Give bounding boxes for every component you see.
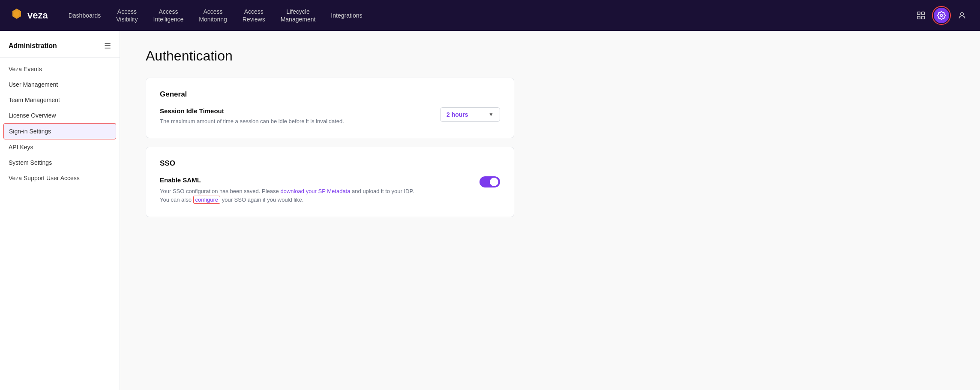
chevron-down-icon: ▼	[489, 112, 494, 118]
svg-rect-4	[917, 16, 920, 19]
svg-point-7	[961, 12, 964, 15]
sidebar-item-veza-support-user-access[interactable]: Veza Support User Access	[0, 170, 120, 186]
session-idle-row: Session Idle Timeout The maximum amount …	[160, 107, 500, 126]
catalog-button[interactable]	[913, 8, 929, 23]
settings-button[interactable]	[934, 8, 949, 23]
sidebar-item-sign-in-settings[interactable]: Sign-in Settings	[3, 123, 116, 139]
session-idle-value: 2 hours	[447, 111, 468, 118]
session-idle-info: Session Idle Timeout The maximum amount …	[160, 107, 432, 126]
session-idle-control: 2 hours ▼	[440, 107, 500, 122]
enable-saml-toggle-container	[480, 176, 500, 187]
toggle-knob	[490, 178, 498, 186]
sidebar-item-system-settings[interactable]: System Settings	[0, 155, 120, 170]
general-section-title: General	[160, 90, 500, 99]
svg-rect-5	[922, 16, 924, 19]
enable-saml-toggle[interactable]	[480, 176, 500, 187]
svg-point-6	[941, 15, 943, 17]
nav-items: Dashboards Access Visibility Access Inte…	[62, 4, 910, 27]
general-card: General Session Idle Timeout The maximum…	[146, 78, 514, 138]
layout: Administration ☰ Veza Events User Manage…	[0, 31, 980, 390]
nav-item-integrations[interactable]: Integrations	[324, 8, 369, 23]
nav-item-access-intelligence[interactable]: Access Intelligence	[147, 4, 191, 27]
sso-description: Your SSO configuration has been saved. P…	[160, 187, 417, 205]
nav-item-access-monitoring[interactable]: Access Monitoring	[192, 4, 234, 27]
logo[interactable]: veza	[10, 8, 48, 23]
logo-icon	[10, 8, 23, 23]
svg-rect-3	[922, 12, 924, 15]
svg-rect-2	[917, 12, 920, 15]
download-sp-metadata-link[interactable]: download your SP Metadata	[280, 188, 350, 194]
sso-info: Enable SAML Your SSO configuration has b…	[160, 176, 471, 205]
sso-card: SSO Enable SAML Your SSO configuration h…	[146, 147, 514, 218]
navbar: veza Dashboards Access Visibility Access…	[0, 0, 980, 31]
sso-row: Enable SAML Your SSO configuration has b…	[160, 176, 500, 205]
user-button[interactable]	[954, 8, 970, 23]
sidebar-item-veza-events[interactable]: Veza Events	[0, 61, 120, 77]
sidebar-menu-icon[interactable]: ☰	[104, 41, 111, 51]
sso-desc-part3: You can also	[160, 197, 193, 203]
session-idle-desc: The maximum amount of time a session can…	[160, 117, 383, 126]
nav-item-access-visibility[interactable]: Access Visibility	[109, 4, 144, 27]
session-idle-dropdown[interactable]: 2 hours ▼	[440, 107, 500, 122]
logo-text: veza	[27, 10, 48, 21]
sso-section-title: SSO	[160, 159, 500, 168]
enable-saml-label: Enable SAML	[160, 176, 471, 184]
sidebar-item-api-keys[interactable]: API Keys	[0, 139, 120, 155]
sidebar-item-license-overview[interactable]: License Overview	[0, 108, 120, 123]
nav-item-access-reviews[interactable]: Access Reviews	[236, 4, 272, 27]
sso-desc-part1: Your SSO configuration has been saved. P…	[160, 188, 280, 194]
main-content: Authentication General Session Idle Time…	[120, 31, 980, 390]
sidebar-item-team-management[interactable]: Team Management	[0, 92, 120, 108]
sidebar-title: Administration	[9, 42, 57, 50]
sso-desc-part2: and upload it to your IDP.	[350, 188, 414, 194]
sidebar-header: Administration ☰	[0, 38, 120, 58]
sidebar-item-user-management[interactable]: User Management	[0, 77, 120, 92]
page-title: Authentication	[146, 48, 954, 64]
sidebar: Administration ☰ Veza Events User Manage…	[0, 31, 120, 390]
configure-sso-link[interactable]: configure	[193, 196, 220, 204]
session-idle-label: Session Idle Timeout	[160, 107, 432, 115]
sso-desc-part4: your SSO again if you would like.	[220, 197, 303, 203]
navbar-right	[913, 8, 970, 23]
nav-item-lifecycle-management[interactable]: Lifecycle Management	[274, 4, 323, 27]
nav-item-dashboards[interactable]: Dashboards	[62, 8, 108, 23]
